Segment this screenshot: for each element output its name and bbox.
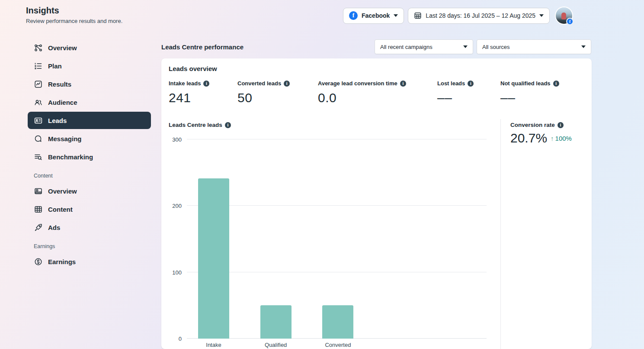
metric-label: Average lead conversion time <box>318 80 397 87</box>
info-icon[interactable]: i <box>553 81 559 87</box>
x-tick-label: Converted <box>312 342 364 348</box>
overview-icon <box>34 43 42 52</box>
facebook-badge-icon: f <box>566 18 574 25</box>
sidebar-item-plan[interactable]: Plan <box>28 57 151 74</box>
metric-value: 50 <box>237 90 290 105</box>
sidebar-item-label: Overview <box>48 187 77 195</box>
info-icon[interactable]: i <box>557 122 564 128</box>
card-lines-icon <box>34 187 42 195</box>
numbered-list-icon <box>34 61 42 70</box>
sidebar-item-label: Benchmarking <box>48 153 93 161</box>
bar-qualified[interactable] <box>260 305 292 339</box>
card-title: Leads overview <box>169 65 217 72</box>
chevron-down-icon <box>394 14 398 17</box>
sidebar-item-results[interactable]: Results <box>28 75 151 93</box>
info-icon[interactable]: i <box>468 81 474 87</box>
page-title: Insights <box>26 6 59 16</box>
sidebar-item-label: Earnings <box>48 258 76 265</box>
leads-overview-card: Leads overview Intake leadsi 241 Convert… <box>161 58 592 349</box>
conversion-rate-label: Conversion rate <box>510 122 555 128</box>
people-icon <box>34 98 42 107</box>
y-tick-label: 100 <box>172 269 182 275</box>
sidebar: Overview Plan Results <box>28 39 151 271</box>
sidebar-item-label: Leads <box>48 117 67 124</box>
chart-title-text: Leads Centre leads <box>169 122 222 128</box>
bar-converted[interactable] <box>322 305 353 339</box>
campaign-filter-dropdown[interactable]: All recent campaigns <box>375 39 473 54</box>
x-tick-label: Intake <box>188 342 240 348</box>
info-icon[interactable]: i <box>400 81 406 87</box>
grid-table-icon <box>34 205 42 213</box>
gridline <box>187 272 487 272</box>
sidebar-item-ads[interactable]: Ads <box>28 219 151 236</box>
sidebar-item-label: Ads <box>48 224 60 231</box>
source-filter-value: All sources <box>482 44 510 50</box>
info-icon[interactable]: i <box>284 81 290 87</box>
conversion-rate-panel: Conversion rate i 20.7% ↑ 100% <box>510 122 572 145</box>
account-selector-button[interactable]: f Facebook <box>343 8 404 24</box>
sidebar-item-label: Messaging <box>48 135 82 142</box>
vertical-divider <box>500 119 501 349</box>
metric-lost-leads: Lost leadsi –– <box>437 80 474 105</box>
chart-title: Leads Centre leads i <box>169 122 231 128</box>
dollar-circle-icon <box>34 257 42 266</box>
metric-value: –– <box>437 90 474 105</box>
date-range-label: Last 28 days: 16 Jul 2025 – 12 Aug 2025 <box>426 12 535 19</box>
info-icon[interactable]: i <box>203 81 209 87</box>
metric-label: Converted leads <box>237 80 281 87</box>
metric-label: Not qualified leads <box>500 80 551 87</box>
x-tick-label: Qualified <box>250 342 302 348</box>
gridline <box>187 139 487 139</box>
metric-label: Lost leads <box>437 80 465 87</box>
bar-intake[interactable] <box>198 178 229 339</box>
sidebar-section-content: Content <box>34 173 151 179</box>
conversion-rate-delta: ↑ 100% <box>551 135 572 142</box>
sidebar-item-messaging[interactable]: Messaging <box>28 130 151 147</box>
sidebar-item-overview[interactable]: Overview <box>28 39 151 56</box>
metric-value: –– <box>500 90 559 105</box>
avatar-photo <box>561 13 566 19</box>
chevron-down-icon <box>463 45 468 48</box>
metric-value: 0.0 <box>318 90 406 105</box>
y-tick-label: 300 <box>172 136 182 143</box>
metric-label: Intake leads <box>169 80 201 87</box>
chat-bubble-icon <box>34 134 42 143</box>
header-controls: f Facebook Last 28 days: 16 Jul 2025 – 1… <box>343 7 572 24</box>
contact-card-icon <box>34 116 42 125</box>
campaign-filter-value: All recent campaigns <box>380 44 433 50</box>
profile-avatar[interactable]: f <box>556 7 572 24</box>
sidebar-section-earnings: Earnings <box>34 243 151 249</box>
sidebar-item-benchmarking[interactable]: Benchmarking <box>28 148 151 165</box>
gridline <box>187 205 487 206</box>
y-tick-label: 0 <box>179 336 182 342</box>
facebook-logo-icon: f <box>349 11 358 20</box>
metric-converted-leads: Converted leadsi 50 <box>237 80 290 105</box>
y-tick-label: 200 <box>172 203 182 209</box>
section-title: Leads Centre performance <box>161 43 244 51</box>
sidebar-item-content-overview[interactable]: Overview <box>28 182 151 200</box>
page-subtitle: Review performance results and more. <box>26 18 122 24</box>
chevron-down-icon <box>539 14 544 17</box>
info-icon[interactable]: i <box>225 122 231 128</box>
conversion-rate-value: 20.7% <box>510 131 547 145</box>
sidebar-item-label: Overview <box>48 44 77 52</box>
chart-plot: 0100200300IntakeQualifiedConverted <box>187 139 487 339</box>
sidebar-item-label: Audience <box>48 99 77 106</box>
metric-not-qualified-leads: Not qualified leadsi –– <box>500 80 559 105</box>
rocket-icon <box>34 223 42 232</box>
conversion-delta-value: 100% <box>555 135 572 142</box>
sidebar-item-content[interactable]: Content <box>28 200 151 218</box>
sidebar-item-leads[interactable]: Leads <box>28 112 151 129</box>
account-selector-label: Facebook <box>362 12 390 19</box>
metric-avg-conversion-time: Average lead conversion timei 0.0 <box>318 80 406 105</box>
calendar-icon <box>414 12 422 19</box>
metric-intake-leads: Intake leadsi 241 <box>169 80 209 105</box>
chart-box-icon <box>34 80 42 88</box>
sidebar-item-audience[interactable]: Audience <box>28 94 151 111</box>
sidebar-item-label: Plan <box>48 62 62 70</box>
sidebar-item-label: Content <box>48 206 73 213</box>
date-range-button[interactable]: Last 28 days: 16 Jul 2025 – 12 Aug 2025 <box>408 8 550 24</box>
sidebar-item-earnings[interactable]: Earnings <box>28 253 151 270</box>
up-arrow-icon: ↑ <box>551 135 554 142</box>
source-filter-dropdown[interactable]: All sources <box>477 39 591 54</box>
